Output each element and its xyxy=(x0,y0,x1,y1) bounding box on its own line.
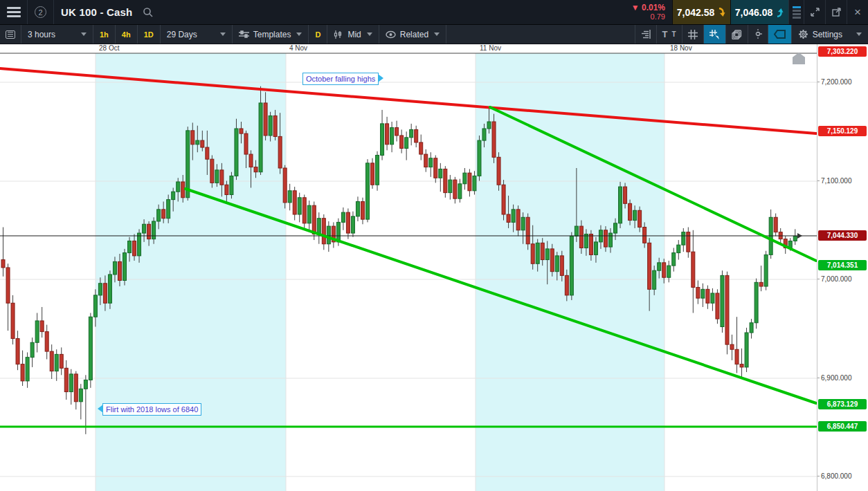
order-book-icon[interactable] xyxy=(635,25,657,44)
candle-up xyxy=(609,233,613,247)
candle-up xyxy=(269,115,272,136)
sliders-icon xyxy=(239,30,249,39)
candle-down xyxy=(526,217,530,243)
close-icon[interactable]: × xyxy=(847,0,868,24)
candle-up xyxy=(30,342,34,357)
related-dropdown[interactable]: Related xyxy=(379,25,446,44)
buy-arrow-icon xyxy=(776,8,784,17)
candle-down xyxy=(64,368,68,391)
price-change: ▼ 0.01% 0.79 xyxy=(631,0,672,24)
panel-layout-icon[interactable] xyxy=(788,0,804,24)
search-icon[interactable] xyxy=(139,0,157,24)
candle-up xyxy=(682,232,685,246)
range-dropdown[interactable]: 29 Days xyxy=(161,25,233,44)
candle-up xyxy=(482,129,486,140)
current-price-badge: 7,044.330 xyxy=(818,230,867,241)
candle-down xyxy=(560,256,563,276)
settings-dropdown[interactable]: Settings xyxy=(792,25,868,44)
candle-up xyxy=(487,122,491,129)
price-type-dropdown[interactable]: Mid xyxy=(327,25,379,44)
title-bar: 2 UK 100 - Cash ▼ 0.01% 0.79 7,042.58 7,… xyxy=(0,0,868,25)
price-axis[interactable]: 7,303.2207,200.0007,150.1297,100.0007,04… xyxy=(817,44,868,491)
last-price-marker xyxy=(797,233,802,239)
candle-up xyxy=(410,129,413,137)
candle-up xyxy=(215,170,219,183)
axis-label: 7,000.000 xyxy=(821,275,852,283)
candle-up xyxy=(575,226,578,236)
date-label: 11 Nov xyxy=(480,44,501,52)
related-markets-icon xyxy=(386,30,396,39)
text-tool-icon[interactable]: TT xyxy=(657,25,682,44)
candle-up xyxy=(405,138,408,149)
candle-down xyxy=(419,142,423,154)
candle-down xyxy=(424,154,428,167)
candle-down xyxy=(507,214,510,222)
candle-up xyxy=(177,182,180,192)
candle-down xyxy=(1,260,5,268)
candle-up xyxy=(152,221,156,239)
candle-up xyxy=(196,140,199,145)
candle-up xyxy=(594,242,597,255)
candle-up xyxy=(677,245,680,252)
candle-down xyxy=(220,170,224,185)
candle-down xyxy=(322,219,325,244)
candle-up xyxy=(123,253,127,281)
sell-button[interactable]: 7,042.58 xyxy=(672,0,730,24)
instrument-title: UK 100 - Cash xyxy=(54,0,139,24)
buy-button[interactable]: 7,046.08 xyxy=(730,0,788,24)
candle-down xyxy=(11,303,15,338)
candle-down xyxy=(60,354,63,368)
chart-list-icon[interactable] xyxy=(0,25,21,44)
interval-button-1d[interactable]: 1D xyxy=(138,25,161,44)
candle-up xyxy=(108,275,111,303)
candle-down xyxy=(497,157,500,185)
candlestick-plot[interactable] xyxy=(0,44,817,491)
candle-down xyxy=(624,187,627,203)
candle-down xyxy=(400,136,404,149)
maximize-icon[interactable] xyxy=(804,0,825,24)
templates-dropdown[interactable]: Templates xyxy=(233,25,309,44)
candle-down xyxy=(40,321,44,332)
interval-dropdown[interactable]: 3 hours xyxy=(21,25,93,44)
candle-up xyxy=(721,275,724,326)
candle-down xyxy=(643,228,647,243)
candle-up xyxy=(298,198,301,214)
candle-up xyxy=(449,180,452,193)
order-pin-icon[interactable] xyxy=(748,25,768,44)
interval-button-4h[interactable]: 4h xyxy=(116,25,138,44)
annotation-arrow-right-icon xyxy=(378,74,383,82)
titlebar-spacer xyxy=(157,0,631,24)
candle-up xyxy=(157,210,161,221)
session-d-button[interactable]: D xyxy=(309,25,327,44)
drawing-tools-icon[interactable] xyxy=(704,25,726,44)
popout-icon[interactable] xyxy=(825,0,847,24)
candle-down xyxy=(541,243,544,259)
grid-icon[interactable] xyxy=(682,25,704,44)
window-number-badge: 2 xyxy=(28,0,54,24)
layouts-icon[interactable] xyxy=(726,25,748,44)
candle-up xyxy=(478,140,481,176)
candle-down xyxy=(395,128,399,136)
candle-up xyxy=(307,205,311,223)
candle-up xyxy=(55,354,58,371)
candle-down xyxy=(662,263,666,277)
candle-up xyxy=(351,216,354,233)
candle-down xyxy=(361,201,364,219)
candle-down xyxy=(706,289,709,303)
candle-up xyxy=(341,212,345,222)
candle-down xyxy=(147,224,151,239)
related-label: Related xyxy=(400,30,428,39)
candle-down xyxy=(162,210,165,219)
chart-canvas[interactable]: 28 Oct4 Nov11 Nov18 Nov October falling … xyxy=(0,44,868,491)
candle-style-icon xyxy=(334,30,343,39)
candle-down xyxy=(239,129,243,133)
templates-label: Templates xyxy=(253,30,291,39)
chart-annotation[interactable]: October falling highs xyxy=(302,73,379,85)
interval-button-1h[interactable]: 1h xyxy=(93,25,116,44)
price-label-tool-icon[interactable] xyxy=(768,25,792,44)
chart-annotation[interactable]: Flirt with 2018 lows of 6840 xyxy=(102,403,201,416)
candle-up xyxy=(536,243,539,263)
candle-up xyxy=(667,266,671,277)
menu-icon[interactable] xyxy=(0,0,28,24)
candle-down xyxy=(716,293,719,319)
